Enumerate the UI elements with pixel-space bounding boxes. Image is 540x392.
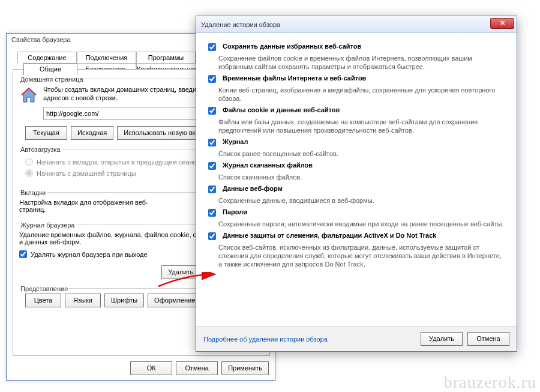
link-learn-more[interactable]: Подробнее об удалении истории обзора xyxy=(203,336,328,343)
chk-delete-on-exit[interactable]: Удалять журнал браузера при выходе xyxy=(19,250,148,258)
lbl-downloads: Журнал скачанных файлов xyxy=(223,161,313,172)
tab-programs[interactable]: Программы xyxy=(136,52,196,64)
desc-downloads: Список скачанных файлов. xyxy=(218,173,507,181)
group-home-title: Домашняя страница xyxy=(19,76,85,83)
chk-passwords[interactable] xyxy=(208,209,216,217)
btn-ok[interactable]: ОК xyxy=(130,361,172,375)
lbl-passwords: Пароли xyxy=(223,208,247,219)
btn-default[interactable]: Исходная xyxy=(71,126,113,140)
delete-history-dialog: Удаление истории обзора ✕ Сохранить данн… xyxy=(196,16,517,352)
tabs-text: Настройка вкладок для отображения веб-ст… xyxy=(19,199,169,213)
tab-content[interactable]: Содержание xyxy=(17,52,77,64)
dialog-footer: ОК Отмена Применить xyxy=(130,361,269,375)
btn-front-cancel[interactable]: Отмена xyxy=(467,332,509,346)
lbl-cookies: Файлы cookie и данные веб-сайтов xyxy=(223,106,340,116)
lbl-keep-favorites: Сохранить данные избранных веб-сайтов xyxy=(223,43,361,53)
desc-keep-favorites: Сохранение файлов cookie и временных фай… xyxy=(218,54,507,71)
desc-cookies: Файлы или базы данных, создаваемые на ко… xyxy=(218,118,507,134)
home-icon xyxy=(19,85,38,104)
desc-tracking: Список веб-сайтов, исключенных из фильтр… xyxy=(218,243,507,268)
lbl-form-data: Данные веб-форм xyxy=(223,185,283,195)
chk-keep-favorites[interactable] xyxy=(208,43,216,51)
lbl-history: Журнал xyxy=(223,138,248,148)
chk-history[interactable] xyxy=(208,139,216,146)
tab-connections[interactable]: Подключения xyxy=(77,52,136,64)
btn-colors[interactable]: Цвета xyxy=(25,294,61,307)
btn-front-delete[interactable]: Удалить xyxy=(421,332,463,346)
chk-temp-files[interactable] xyxy=(208,75,216,83)
desc-temp-files: Копии веб-страниц, изображения и медиафа… xyxy=(218,86,507,103)
close-icon: ✕ xyxy=(500,19,505,26)
chk-tracking[interactable] xyxy=(208,232,216,240)
home-url-input[interactable] xyxy=(43,107,211,120)
chk-form-data[interactable] xyxy=(208,185,216,193)
lbl-tracking: Данные защиты от слежения, фильтрации Ac… xyxy=(223,232,436,242)
desc-passwords: Сохраненные пароли, автоматически вводим… xyxy=(218,220,507,228)
desc-history: Список ранее посещенных веб-сайтов. xyxy=(218,149,507,158)
dialog-body: Сохранить данные избранных веб-сайтов Со… xyxy=(196,33,517,351)
btn-cancel[interactable]: Отмена xyxy=(176,361,218,375)
btn-fonts[interactable]: Шрифты xyxy=(104,294,144,307)
group-history-title: Журнал браузера xyxy=(19,222,76,229)
radio-start-home[interactable]: Начинать с домашней страницы xyxy=(25,169,136,177)
close-button[interactable]: ✕ xyxy=(490,18,514,29)
group-autoload-title: Автозагрузка xyxy=(19,146,62,153)
radio-start-tabs[interactable]: Начинать с вкладок, открытых в предыдуще… xyxy=(25,158,200,166)
desc-form-data: Сохраненные данные, вводившиеся в веб-фо… xyxy=(218,196,507,205)
group-appearance-title: Представление xyxy=(19,285,69,292)
btn-access[interactable]: Оформление xyxy=(148,294,202,307)
btn-lang[interactable]: Языки xyxy=(65,294,101,307)
tab-general[interactable]: Общие xyxy=(23,63,77,75)
btn-apply[interactable]: Применить xyxy=(221,361,269,375)
chk-cookies[interactable] xyxy=(208,107,216,115)
dialog-footer: Подробнее об удалении истории обзора Уда… xyxy=(196,326,517,351)
chk-downloads[interactable] xyxy=(208,162,216,170)
group-tabs-title: Вкладки xyxy=(19,189,47,196)
watermark: brauzerok.ru xyxy=(444,373,536,392)
lbl-temp-files: Временные файлы Интернета и веб-сайтов xyxy=(223,74,366,85)
dialog-title: Удаление истории обзора xyxy=(201,21,280,28)
btn-current[interactable]: Текущая xyxy=(25,126,67,140)
